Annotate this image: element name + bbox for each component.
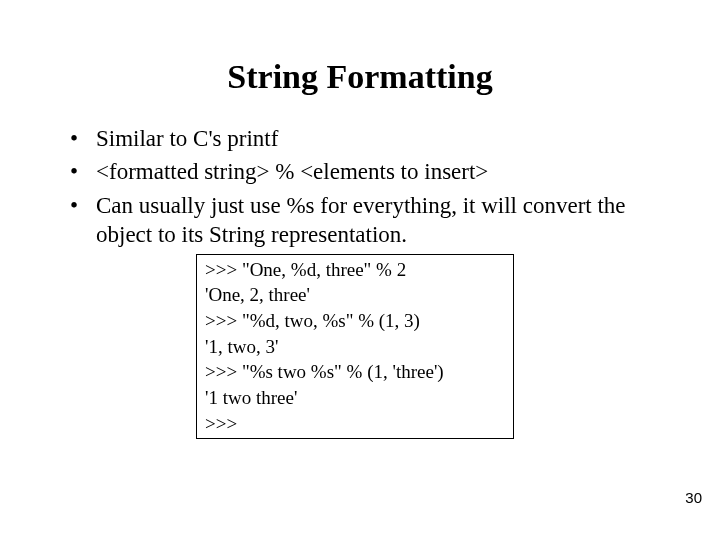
bullet-item: <formatted string> % <elements to insert… <box>70 157 660 186</box>
code-line: >>> <box>205 411 505 437</box>
slide-title: String Formatting <box>0 0 720 124</box>
bullet-text: Similar to C's printf <box>96 126 278 151</box>
bullet-text: <formatted string> % <elements to insert… <box>96 159 488 184</box>
code-line: '1 two three' <box>205 385 505 411</box>
code-line: >>> "One, %d, three" % 2 <box>205 257 505 283</box>
code-line: 'One, 2, three' <box>205 282 505 308</box>
bullet-list: Similar to C's printf <formatted string>… <box>0 124 720 250</box>
code-line: >>> "%d, two, %s" % (1, 3) <box>205 308 505 334</box>
code-line: >>> "%s two %s" % (1, 'three') <box>205 359 505 385</box>
page-number: 30 <box>685 489 702 506</box>
bullet-item: Similar to C's printf <box>70 124 660 153</box>
code-line: '1, two, 3' <box>205 334 505 360</box>
bullet-text: Can usually just use %s for everything, … <box>96 193 626 247</box>
code-example-box: >>> "One, %d, three" % 2 'One, 2, three'… <box>196 254 514 439</box>
slide: String Formatting Similar to C's printf … <box>0 0 720 540</box>
bullet-item: Can usually just use %s for everything, … <box>70 191 660 250</box>
